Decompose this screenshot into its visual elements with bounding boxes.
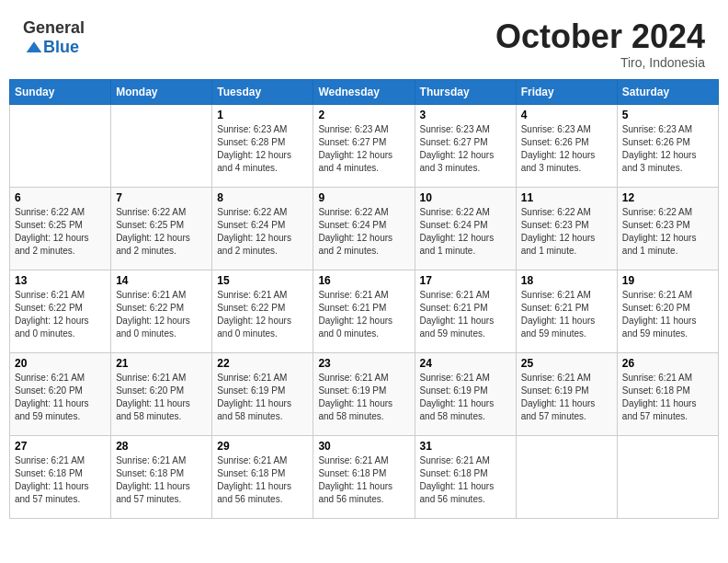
day-info: Sunrise: 6:21 AM Sunset: 6:21 PM Dayligh… — [318, 289, 409, 340]
day-info: Sunrise: 6:23 AM Sunset: 6:26 PM Dayligh… — [521, 123, 612, 175]
day-number: 3 — [420, 109, 511, 121]
day-number: 22 — [217, 357, 308, 370]
day-info: Sunrise: 6:22 AM Sunset: 6:24 PM Dayligh… — [318, 206, 409, 258]
logo-text: General Blue — [23, 18, 85, 57]
calendar-cell: 23Sunrise: 6:21 AM Sunset: 6:19 PM Dayli… — [313, 352, 415, 435]
day-info: Sunrise: 6:21 AM Sunset: 6:22 PM Dayligh… — [116, 289, 207, 340]
day-info: Sunrise: 6:23 AM Sunset: 6:27 PM Dayligh… — [420, 123, 511, 175]
day-number: 7 — [116, 191, 207, 204]
calendar-cell: 19Sunrise: 6:21 AM Sunset: 6:20 PM Dayli… — [617, 270, 718, 352]
calendar-cell: 3Sunrise: 6:23 AM Sunset: 6:27 PM Daylig… — [415, 104, 516, 187]
day-number: 28 — [116, 440, 207, 453]
day-info: Sunrise: 6:23 AM Sunset: 6:28 PM Dayligh… — [217, 123, 308, 175]
day-number: 14 — [116, 274, 207, 287]
calendar-header-thursday: Thursday — [415, 79, 516, 104]
location: Tiro, Indonesia — [495, 55, 705, 70]
day-info: Sunrise: 6:21 AM Sunset: 6:18 PM Dayligh… — [420, 454, 511, 506]
page-header: General Blue October 2024 Tiro, Indonesi… — [9, 9, 719, 75]
logo-general: General — [23, 18, 85, 37]
calendar-cell — [516, 435, 617, 518]
day-number: 25 — [521, 357, 612, 370]
calendar-cell — [10, 104, 111, 187]
calendar-cell: 8Sunrise: 6:22 AM Sunset: 6:24 PM Daylig… — [212, 187, 313, 270]
day-number: 19 — [622, 274, 713, 287]
day-info: Sunrise: 6:21 AM Sunset: 6:20 PM Dayligh… — [15, 372, 106, 423]
day-number: 11 — [521, 191, 612, 204]
day-number: 30 — [318, 440, 409, 453]
day-number: 2 — [318, 109, 409, 121]
day-number: 8 — [217, 191, 308, 204]
calendar-header-sunday: Sunday — [10, 79, 111, 104]
logo-icon — [25, 39, 43, 57]
calendar-header-row: SundayMondayTuesdayWednesdayThursdayFrid… — [10, 79, 719, 104]
day-number: 17 — [420, 274, 511, 287]
day-info: Sunrise: 6:21 AM Sunset: 6:18 PM Dayligh… — [116, 454, 207, 506]
day-info: Sunrise: 6:21 AM Sunset: 6:21 PM Dayligh… — [521, 289, 612, 340]
day-info: Sunrise: 6:21 AM Sunset: 6:19 PM Dayligh… — [217, 372, 308, 423]
calendar-cell: 22Sunrise: 6:21 AM Sunset: 6:19 PM Dayli… — [212, 352, 313, 435]
calendar-cell: 21Sunrise: 6:21 AM Sunset: 6:20 PM Dayli… — [111, 352, 212, 435]
calendar-cell: 18Sunrise: 6:21 AM Sunset: 6:21 PM Dayli… — [516, 270, 617, 352]
calendar-header-friday: Friday — [516, 79, 617, 104]
day-number: 9 — [318, 191, 409, 204]
day-info: Sunrise: 6:21 AM Sunset: 6:19 PM Dayligh… — [420, 372, 511, 423]
day-number: 1 — [217, 109, 308, 121]
calendar-cell: 13Sunrise: 6:21 AM Sunset: 6:22 PM Dayli… — [10, 270, 111, 352]
calendar-cell: 16Sunrise: 6:21 AM Sunset: 6:21 PM Dayli… — [313, 270, 415, 352]
day-info: Sunrise: 6:21 AM Sunset: 6:19 PM Dayligh… — [318, 372, 409, 423]
day-number: 31 — [420, 440, 511, 453]
day-info: Sunrise: 6:23 AM Sunset: 6:26 PM Dayligh… — [622, 123, 713, 175]
day-info: Sunrise: 6:22 AM Sunset: 6:23 PM Dayligh… — [521, 206, 612, 258]
calendar-cell: 30Sunrise: 6:21 AM Sunset: 6:18 PM Dayli… — [313, 435, 415, 518]
calendar-cell: 4Sunrise: 6:23 AM Sunset: 6:26 PM Daylig… — [516, 104, 617, 187]
calendar-cell: 11Sunrise: 6:22 AM Sunset: 6:23 PM Dayli… — [516, 187, 617, 270]
calendar: SundayMondayTuesdayWednesdayThursdayFrid… — [9, 79, 719, 519]
day-info: Sunrise: 6:21 AM Sunset: 6:18 PM Dayligh… — [15, 454, 106, 506]
month-title: October 2024 — [495, 18, 705, 55]
calendar-cell: 9Sunrise: 6:22 AM Sunset: 6:24 PM Daylig… — [313, 187, 415, 270]
day-number: 16 — [318, 274, 409, 287]
day-info: Sunrise: 6:21 AM Sunset: 6:22 PM Dayligh… — [15, 289, 106, 340]
day-info: Sunrise: 6:21 AM Sunset: 6:18 PM Dayligh… — [217, 454, 308, 506]
day-info: Sunrise: 6:21 AM Sunset: 6:18 PM Dayligh… — [318, 454, 409, 506]
day-number: 13 — [15, 274, 106, 287]
day-number: 4 — [521, 109, 612, 121]
calendar-cell: 20Sunrise: 6:21 AM Sunset: 6:20 PM Dayli… — [10, 352, 111, 435]
calendar-cell: 17Sunrise: 6:21 AM Sunset: 6:21 PM Dayli… — [415, 270, 516, 352]
calendar-cell: 15Sunrise: 6:21 AM Sunset: 6:22 PM Dayli… — [212, 270, 313, 352]
day-info: Sunrise: 6:21 AM Sunset: 6:21 PM Dayligh… — [420, 289, 511, 340]
day-number: 20 — [15, 357, 106, 370]
calendar-cell: 31Sunrise: 6:21 AM Sunset: 6:18 PM Dayli… — [415, 435, 516, 518]
day-info: Sunrise: 6:22 AM Sunset: 6:24 PM Dayligh… — [217, 206, 308, 258]
calendar-cell: 6Sunrise: 6:22 AM Sunset: 6:25 PM Daylig… — [10, 187, 111, 270]
calendar-cell: 2Sunrise: 6:23 AM Sunset: 6:27 PM Daylig… — [313, 104, 415, 187]
calendar-cell — [111, 104, 212, 187]
calendar-cell: 10Sunrise: 6:22 AM Sunset: 6:24 PM Dayli… — [415, 187, 516, 270]
day-info: Sunrise: 6:21 AM Sunset: 6:22 PM Dayligh… — [217, 289, 308, 340]
calendar-cell: 27Sunrise: 6:21 AM Sunset: 6:18 PM Dayli… — [10, 435, 111, 518]
day-info: Sunrise: 6:22 AM Sunset: 6:24 PM Dayligh… — [420, 206, 511, 258]
calendar-cell: 26Sunrise: 6:21 AM Sunset: 6:18 PM Dayli… — [617, 352, 718, 435]
calendar-cell: 12Sunrise: 6:22 AM Sunset: 6:23 PM Dayli… — [617, 187, 718, 270]
calendar-week-5: 27Sunrise: 6:21 AM Sunset: 6:18 PM Dayli… — [10, 435, 719, 518]
day-info: Sunrise: 6:22 AM Sunset: 6:25 PM Dayligh… — [15, 206, 106, 258]
calendar-cell: 29Sunrise: 6:21 AM Sunset: 6:18 PM Dayli… — [212, 435, 313, 518]
day-number: 12 — [622, 191, 713, 204]
calendar-cell: 1Sunrise: 6:23 AM Sunset: 6:28 PM Daylig… — [212, 104, 313, 187]
day-number: 5 — [622, 109, 713, 121]
day-number: 18 — [521, 274, 612, 287]
calendar-cell: 14Sunrise: 6:21 AM Sunset: 6:22 PM Dayli… — [111, 270, 212, 352]
day-number: 27 — [15, 440, 106, 453]
day-info: Sunrise: 6:21 AM Sunset: 6:20 PM Dayligh… — [116, 372, 207, 423]
calendar-header-saturday: Saturday — [617, 79, 718, 104]
day-info: Sunrise: 6:23 AM Sunset: 6:27 PM Dayligh… — [318, 123, 409, 175]
day-info: Sunrise: 6:22 AM Sunset: 6:25 PM Dayligh… — [116, 206, 207, 258]
day-number: 15 — [217, 274, 308, 287]
calendar-week-2: 6Sunrise: 6:22 AM Sunset: 6:25 PM Daylig… — [10, 187, 719, 270]
calendar-cell: 24Sunrise: 6:21 AM Sunset: 6:19 PM Dayli… — [415, 352, 516, 435]
svg-marker-0 — [27, 41, 42, 52]
calendar-header-monday: Monday — [111, 79, 212, 104]
calendar-cell: 7Sunrise: 6:22 AM Sunset: 6:25 PM Daylig… — [111, 187, 212, 270]
calendar-week-4: 20Sunrise: 6:21 AM Sunset: 6:20 PM Dayli… — [10, 352, 719, 435]
calendar-cell — [617, 435, 718, 518]
